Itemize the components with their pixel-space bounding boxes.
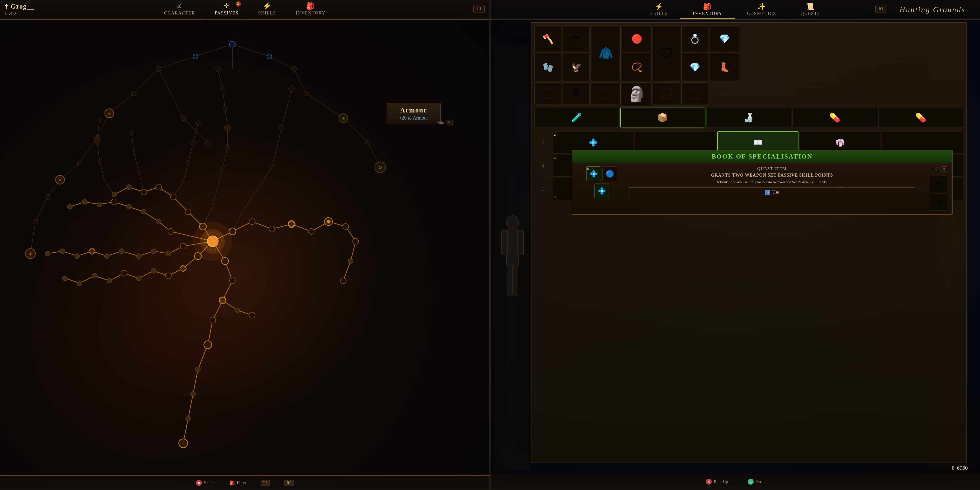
- bos-type: Quest Item: [629, 166, 915, 171]
- offhand-slot[interactable]: 🦅: [563, 54, 590, 81]
- cosmetics-icon: ✨: [757, 2, 766, 11]
- character-level: Lvl 21: [5, 10, 34, 17]
- bos-body: 8 💠 1 🔵 1 💠: [572, 163, 952, 214]
- passive-tree-canvas[interactable]: ☠ ⚔ ◈ ◈ ⚙ + +: [0, 20, 490, 475]
- gloves-slot[interactable]: 🧤: [535, 54, 561, 81]
- svg-line-92: [183, 162, 188, 182]
- svg-line-76: [242, 197, 252, 212]
- svg-rect-241: [512, 266, 518, 295]
- svg-point-123: [165, 273, 171, 279]
- r1-button[interactable]: R1: [875, 5, 887, 13]
- weapon-slot[interactable]: 🪓: [535, 25, 561, 52]
- svg-point-133: [210, 317, 216, 323]
- svg-rect-239: [517, 230, 523, 255]
- svg-line-81: [282, 108, 286, 128]
- svg-point-165: [132, 91, 137, 96]
- armour-tooltip: Armour +20 to Armour: [387, 103, 441, 124]
- svg-point-135: [196, 367, 200, 372]
- svg-line-4: [269, 57, 294, 69]
- svg-point-192: [223, 106, 228, 111]
- tooltip-title: Armour: [392, 106, 435, 114]
- equipment-grid: 🪓 ⛑ 🧥 🔴 🛡 💍 💎 🧤 🦅 📿 💎 👢 🎗 🗿: [531, 22, 966, 108]
- svg-point-178: [205, 140, 210, 145]
- svg-point-128: [92, 274, 97, 278]
- svg-point-203: [97, 158, 102, 162]
- empty-slot-4[interactable]: [681, 82, 708, 104]
- svg-point-127: [107, 278, 112, 283]
- flask-slot-3[interactable]: 🍶: [706, 108, 791, 127]
- tab-skills[interactable]: ⚡ SKILLS: [248, 0, 286, 18]
- bos-title: Grants two Weapon Set Passive Skill Poin…: [629, 173, 915, 178]
- tab-quests[interactable]: 📜 Quests: [788, 0, 832, 19]
- filter-label: Filter: [237, 480, 246, 485]
- svg-point-200: [132, 151, 136, 154]
- square-key: □: [765, 189, 770, 195]
- svg-point-126: [121, 270, 127, 276]
- svg-point-179: [240, 210, 244, 214]
- statue-slot[interactable]: 🗿: [622, 82, 651, 106]
- svg-point-109: [168, 229, 174, 234]
- empty-slot-2[interactable]: [591, 82, 620, 104]
- passives-icon: ✛: [224, 2, 230, 10]
- svg-point-140: [151, 249, 156, 254]
- bos-description: A Book of Specialisation. Use to gain tw…: [629, 179, 915, 185]
- right-bottom-bar: ✕ Pick Up △ Drop: [490, 473, 980, 490]
- svg-point-161: [229, 41, 235, 47]
- tab-passives-label: Passives: [215, 11, 239, 16]
- left-nav: ⚔ CHARACTER ✛ Passives 3 ⚡ SKILLS 🎒 INVE…: [154, 0, 335, 18]
- empty-slot-3[interactable]: [653, 82, 680, 104]
- svg-point-185: [285, 106, 289, 110]
- svg-point-154: [67, 204, 72, 209]
- r2-key: R2: [285, 480, 294, 486]
- boots-slot[interactable]: 👢: [710, 54, 739, 81]
- tab-passives[interactable]: ✛ Passives 3: [205, 0, 248, 18]
- svg-point-180: [250, 195, 254, 199]
- gem-slot-1[interactable]: 🔴: [622, 25, 651, 52]
- svg-line-96: [134, 153, 139, 172]
- bos-text-area: Quest Item Grants two Weapon Set Passive…: [629, 166, 915, 197]
- flask-slot-4[interactable]: 💊: [792, 108, 877, 127]
- svg-point-151: [111, 199, 117, 205]
- svg-line-97: [132, 133, 134, 153]
- svg-line-98: [104, 180, 114, 194]
- use-button[interactable]: □ Use: [629, 188, 915, 197]
- tooltip-info-hint: Info R: [438, 120, 453, 126]
- svg-line-17: [159, 69, 183, 118]
- tab-character[interactable]: ⚔ CHARACTER: [154, 0, 205, 18]
- svg-point-137: [186, 416, 191, 421]
- gem-slot-2[interactable]: 💎: [710, 25, 739, 52]
- svg-point-211: [193, 221, 232, 261]
- tab-inventory-right[interactable]: 🎒 Inventory: [680, 0, 735, 19]
- svg-point-205: [97, 118, 102, 123]
- ring-slot-2[interactable]: 💎: [681, 54, 708, 81]
- tab-cosmetics[interactable]: ✨ COSMETICS: [735, 0, 788, 19]
- svg-text:+: +: [182, 441, 184, 445]
- svg-text:⚔: ⚔: [58, 178, 62, 182]
- svg-line-86: [223, 148, 228, 167]
- row-num-3: 1: [535, 178, 552, 200]
- flask-slot-1[interactable]: 🧪: [535, 108, 619, 127]
- svg-point-182: [269, 165, 274, 170]
- left-header: † Grog__ Lvl 21 ⚔ CHARACTER ✛ Passives 3…: [0, 0, 490, 20]
- tab-inventory[interactable]: 🎒 INVENTORY: [286, 0, 336, 18]
- flask-slot-5[interactable]: 💊: [878, 108, 963, 127]
- empty-slot-1[interactable]: [535, 82, 561, 104]
- svg-point-110: [185, 209, 191, 215]
- svg-point-147: [45, 251, 50, 256]
- r-key-badge: R: [446, 120, 453, 126]
- svg-line-89: [223, 89, 225, 108]
- helmet-slot[interactable]: ⛑: [563, 25, 590, 52]
- l1-button[interactable]: L1: [473, 5, 485, 13]
- left-bottom-bar: ✕ Select 🎒 Filter L2 R2: [0, 475, 490, 490]
- svg-line-85: [218, 167, 223, 187]
- svg-point-153: [82, 199, 87, 204]
- amulet-slot[interactable]: 📿: [622, 54, 651, 81]
- svg-point-139: [166, 251, 171, 256]
- flask-slot-2[interactable]: 📦: [620, 108, 705, 127]
- svg-point-163: [156, 67, 161, 71]
- ring-slot-1[interactable]: 💍: [681, 25, 708, 52]
- shield-slot[interactable]: 🛡: [653, 25, 680, 81]
- body-slot[interactable]: 🧥: [591, 25, 620, 81]
- tab-skills-right[interactable]: ⚡ Skills: [638, 0, 680, 19]
- belt-slot[interactable]: 🎗: [563, 82, 590, 104]
